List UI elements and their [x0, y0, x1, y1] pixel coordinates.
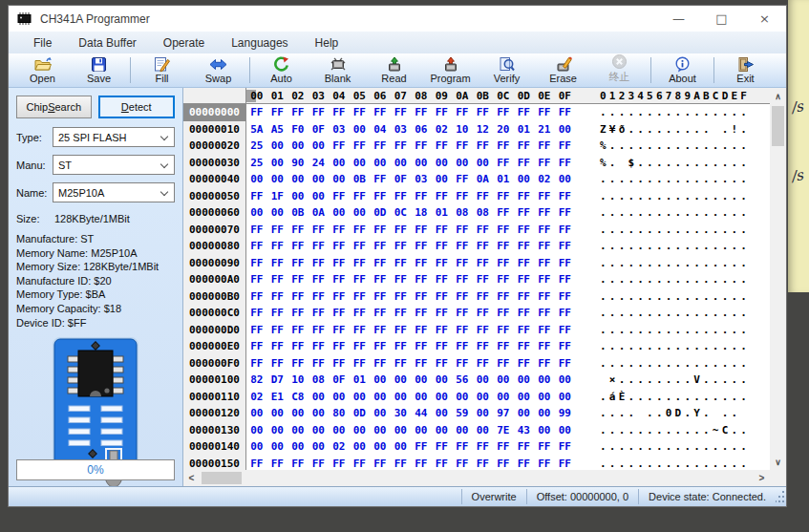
hex-byte-cell[interactable]: FF — [309, 223, 330, 236]
hex-byte-cell[interactable]: 18 — [411, 206, 432, 219]
hex-byte-cell[interactable]: FF — [452, 440, 473, 453]
hex-byte-cell[interactable]: FF — [555, 206, 576, 219]
hex-byte-cell[interactable]: FF — [370, 190, 391, 202]
hex-byte-cell[interactable]: 00 — [370, 373, 391, 386]
hex-byte-cell[interactable]: FF — [267, 458, 288, 470]
hex-byte-cell[interactable]: FF — [287, 240, 309, 252]
hex-byte-cell[interactable]: FF — [514, 157, 535, 169]
hex-byte-cell[interactable]: FF — [246, 290, 267, 303]
hex-byte-cell[interactable]: FF — [534, 324, 555, 336]
hex-byte-cell[interactable]: FF — [555, 357, 576, 370]
hex-byte-cell[interactable]: 25 — [246, 157, 267, 169]
hex-byte-cell[interactable]: FF — [370, 357, 391, 370]
hex-byte-cell[interactable]: FF — [267, 357, 288, 370]
hex-byte-cell[interactable]: FF — [350, 458, 371, 470]
hex-byte-cell[interactable]: 00 — [411, 391, 432, 403]
hex-byte-cell[interactable]: 0F — [329, 373, 350, 386]
hex-byte-cell[interactable]: FF — [309, 340, 330, 352]
hex-byte-cell[interactable]: FF — [493, 257, 514, 269]
hex-ascii[interactable]: ............~C.. — [600, 424, 750, 436]
hex-ascii[interactable]: %............... — [600, 139, 750, 152]
hex-byte-cell[interactable]: FF — [473, 257, 494, 269]
hex-address[interactable]: 00000060 — [183, 204, 246, 222]
hex-byte-cell[interactable]: FF — [514, 340, 535, 352]
hex-byte-cell[interactable]: 00 — [267, 157, 288, 169]
hex-byte-cell[interactable]: E1 — [267, 391, 288, 403]
hex-byte-cell[interactable]: 03 — [329, 123, 350, 136]
hex-byte-cell[interactable]: 00 — [329, 157, 350, 169]
hex-byte-cell[interactable]: 00 — [514, 173, 535, 185]
hex-byte-cell[interactable]: FF — [452, 190, 473, 202]
hex-byte-cell[interactable]: FF — [391, 357, 412, 370]
hex-byte-cell[interactable]: 90 — [287, 157, 309, 169]
hex-byte-cell[interactable]: FF — [473, 340, 494, 352]
hex-byte-cell[interactable]: FF — [309, 240, 330, 252]
hex-byte-cell[interactable]: FF — [370, 173, 391, 185]
toolbar-button-exit[interactable]: Exit — [717, 55, 774, 85]
hex-byte-cell[interactable]: FF — [473, 240, 494, 252]
hex-byte-cell[interactable]: 03 — [391, 123, 412, 136]
hex-byte-cell[interactable]: FF — [452, 290, 473, 303]
hex-byte-cell[interactable]: FF — [432, 273, 453, 286]
hex-byte-cell[interactable]: FF — [350, 357, 371, 370]
hex-byte-cell[interactable]: FF — [452, 257, 473, 269]
hex-ascii[interactable]: %. $............ — [600, 157, 750, 169]
hex-byte-cell[interactable]: FF — [287, 106, 309, 118]
hex-byte-cell[interactable]: FF — [493, 190, 514, 202]
hex-byte-cell[interactable]: FF — [432, 440, 453, 453]
close-button[interactable]: × — [743, 6, 786, 32]
hex-byte-cell[interactable]: FF — [473, 139, 494, 152]
hex-byte-cell[interactable]: FF — [432, 458, 453, 470]
hex-byte-cell[interactable]: FF — [329, 190, 350, 202]
hex-byte-cell[interactable]: 20 — [493, 123, 514, 136]
hex-byte-cell[interactable]: FF — [329, 273, 350, 286]
scroll-right-icon[interactable]: > — [754, 470, 770, 486]
hex-byte-cell[interactable]: 43 — [514, 424, 535, 436]
hex-byte-cell[interactable]: FF — [432, 257, 453, 269]
hex-byte-cell[interactable]: FF — [267, 307, 288, 319]
hex-byte-cell[interactable]: FF — [432, 290, 453, 303]
vertical-scroll-thumb[interactable] — [772, 106, 784, 146]
hex-ascii[interactable]: ................ — [600, 273, 750, 286]
hex-byte-cell[interactable]: FF — [411, 340, 432, 352]
hex-byte-cell[interactable]: FF — [514, 307, 535, 319]
hex-byte-cell[interactable]: FF — [329, 458, 350, 470]
hex-byte-cell[interactable]: FF — [514, 139, 535, 152]
hex-byte-cell[interactable]: 08 — [309, 373, 330, 386]
hex-byte-cell[interactable]: FF — [350, 106, 371, 118]
hex-byte-cell[interactable]: 00 — [411, 424, 432, 436]
hex-address[interactable]: 000000F0 — [183, 355, 246, 372]
hex-byte-cell[interactable]: FF — [287, 257, 309, 269]
hex-byte-cell[interactable]: FF — [493, 458, 514, 470]
hex-byte-cell[interactable]: A5 — [267, 123, 288, 136]
hex-byte-cell[interactable]: FF — [514, 257, 535, 269]
hex-byte-cell[interactable]: FF — [329, 357, 350, 370]
hex-byte-cell[interactable]: FF — [411, 357, 432, 370]
hex-byte-cell[interactable]: 02 — [534, 173, 555, 185]
hex-byte-cell[interactable]: FF — [350, 139, 371, 152]
hex-byte-cell[interactable]: 00 — [350, 391, 371, 403]
hex-byte-cell[interactable]: FF — [391, 139, 412, 152]
hex-byte-cell[interactable]: FF — [432, 139, 453, 152]
hex-byte-cell[interactable]: 00 — [267, 173, 288, 185]
hex-byte-cell[interactable]: FF — [309, 458, 330, 470]
hex-byte-cell[interactable]: 80 — [329, 407, 350, 419]
hex-byte-cell[interactable]: 06 — [411, 123, 432, 136]
hex-byte-cell[interactable]: FF — [411, 273, 432, 286]
hex-byte-cell[interactable]: FF — [473, 190, 494, 202]
hex-ascii[interactable]: ................ — [600, 106, 750, 118]
hex-byte-cell[interactable]: FF — [473, 458, 494, 470]
dropdown-type-[interactable]: 25 SPI FLASH — [53, 127, 175, 147]
hex-byte-cell[interactable]: FF — [473, 440, 494, 453]
hex-byte-cell[interactable]: FF — [287, 324, 309, 336]
menu-item-operate[interactable]: Operate — [150, 34, 218, 52]
hex-byte-cell[interactable]: FF — [411, 139, 432, 152]
hex-byte-cell[interactable]: FF — [309, 357, 330, 370]
hex-byte-cell[interactable]: 30 — [391, 407, 412, 419]
hex-byte-cell[interactable]: 00 — [287, 139, 309, 152]
hex-byte-cell[interactable]: C8 — [287, 391, 309, 403]
hex-byte-cell[interactable]: FF — [287, 290, 309, 303]
hex-byte-cell[interactable]: FF — [350, 273, 371, 286]
hex-byte-cell[interactable]: FF — [411, 257, 432, 269]
hex-byte-cell[interactable]: 21 — [534, 123, 555, 136]
